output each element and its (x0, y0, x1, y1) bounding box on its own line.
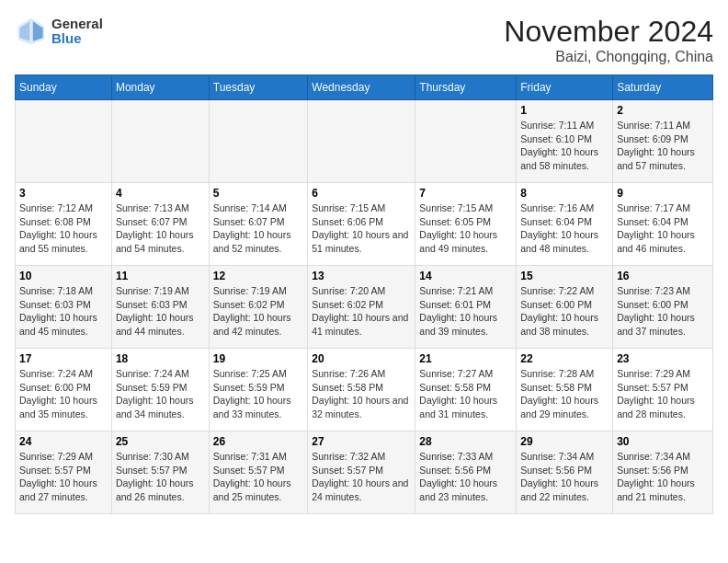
calendar-cell: 30Sunrise: 7:34 AMSunset: 5:56 PMDayligh… (613, 431, 713, 514)
calendar-cell: 17Sunrise: 7:24 AMSunset: 6:00 PMDayligh… (16, 349, 112, 431)
calendar-cell: 9Sunrise: 7:17 AMSunset: 6:04 PMDaylight… (613, 183, 713, 266)
day-info: Sunrise: 7:34 AMSunset: 5:56 PMDaylight:… (520, 450, 609, 504)
day-number: 30 (617, 435, 709, 448)
calendar-cell: 25Sunrise: 7:30 AMSunset: 5:57 PMDayligh… (111, 431, 209, 514)
calendar-cell (111, 100, 209, 183)
day-number: 17 (19, 352, 108, 365)
calendar-cell: 29Sunrise: 7:34 AMSunset: 5:56 PMDayligh… (517, 431, 613, 514)
day-number: 16 (617, 270, 709, 282)
page-header: General Blue November 2024 Baizi, Chongq… (15, 15, 713, 65)
calendar-cell: 24Sunrise: 7:29 AMSunset: 5:57 PMDayligh… (16, 431, 112, 514)
day-info: Sunrise: 7:23 AMSunset: 6:00 PMDaylight:… (617, 284, 709, 339)
day-info: Sunrise: 7:26 AMSunset: 5:58 PMDaylight:… (312, 367, 411, 421)
calendar-cell (308, 100, 415, 183)
day-number: 1 (520, 104, 609, 117)
day-number: 22 (520, 352, 609, 365)
day-info: Sunrise: 7:34 AMSunset: 5:56 PMDaylight:… (617, 450, 709, 504)
day-info: Sunrise: 7:15 AMSunset: 6:06 PMDaylight:… (312, 201, 411, 256)
calendar-cell: 12Sunrise: 7:19 AMSunset: 6:02 PMDayligh… (209, 266, 307, 349)
day-info: Sunrise: 7:27 AMSunset: 5:58 PMDaylight:… (419, 367, 512, 421)
day-info: Sunrise: 7:19 AMSunset: 6:03 PMDaylight:… (116, 284, 205, 339)
day-info: Sunrise: 7:14 AMSunset: 6:07 PMDaylight:… (213, 201, 303, 256)
day-number: 5 (213, 187, 303, 200)
week-row-5: 24Sunrise: 7:29 AMSunset: 5:57 PMDayligh… (16, 431, 713, 514)
logo: General Blue (15, 15, 103, 48)
day-number: 18 (116, 352, 205, 365)
day-number: 20 (312, 352, 411, 365)
day-info: Sunrise: 7:18 AMSunset: 6:03 PMDaylight:… (19, 284, 108, 339)
week-row-3: 10Sunrise: 7:18 AMSunset: 6:03 PMDayligh… (16, 266, 713, 349)
day-info: Sunrise: 7:21 AMSunset: 6:01 PMDaylight:… (419, 284, 512, 339)
day-info: Sunrise: 7:19 AMSunset: 6:02 PMDaylight:… (213, 284, 303, 339)
calendar-cell: 22Sunrise: 7:28 AMSunset: 5:58 PMDayligh… (517, 349, 613, 431)
day-number: 12 (213, 270, 303, 282)
day-number: 10 (19, 270, 108, 282)
calendar-cell: 5Sunrise: 7:14 AMSunset: 6:07 PMDaylight… (209, 183, 307, 266)
day-info: Sunrise: 7:16 AMSunset: 6:04 PMDaylight:… (520, 201, 609, 256)
header-day-friday: Friday (517, 75, 613, 100)
header-day-saturday: Saturday (613, 75, 713, 100)
day-info: Sunrise: 7:30 AMSunset: 5:57 PMDaylight:… (116, 450, 205, 504)
calendar-cell: 13Sunrise: 7:20 AMSunset: 6:02 PMDayligh… (308, 266, 415, 349)
calendar-cell: 27Sunrise: 7:32 AMSunset: 5:57 PMDayligh… (308, 431, 415, 514)
day-info: Sunrise: 7:31 AMSunset: 5:57 PMDaylight:… (213, 450, 303, 504)
calendar-cell: 23Sunrise: 7:29 AMSunset: 5:57 PMDayligh… (613, 349, 713, 431)
calendar-cell: 3Sunrise: 7:12 AMSunset: 6:08 PMDaylight… (16, 183, 112, 266)
day-number: 19 (213, 352, 303, 365)
calendar-cell: 10Sunrise: 7:18 AMSunset: 6:03 PMDayligh… (16, 266, 112, 349)
week-row-4: 17Sunrise: 7:24 AMSunset: 6:00 PMDayligh… (16, 349, 713, 431)
day-info: Sunrise: 7:20 AMSunset: 6:02 PMDaylight:… (312, 284, 411, 339)
day-info: Sunrise: 7:11 AMSunset: 6:09 PMDaylight:… (617, 119, 709, 173)
header-day-monday: Monday (111, 75, 209, 100)
logo-text: General Blue (51, 17, 103, 47)
week-row-1: 1Sunrise: 7:11 AMSunset: 6:10 PMDaylight… (16, 100, 713, 183)
day-number: 21 (419, 352, 512, 365)
day-number: 27 (312, 435, 411, 448)
calendar-cell (209, 100, 307, 183)
day-number: 3 (19, 187, 108, 200)
calendar-table: SundayMondayTuesdayWednesdayThursdayFrid… (15, 75, 713, 514)
day-number: 29 (520, 435, 609, 448)
logo-general: General (51, 17, 103, 32)
day-number: 13 (312, 270, 411, 282)
calendar-cell: 7Sunrise: 7:15 AMSunset: 6:05 PMDaylight… (415, 183, 517, 266)
day-info: Sunrise: 7:24 AMSunset: 5:59 PMDaylight:… (116, 367, 205, 421)
day-number: 15 (520, 270, 609, 282)
calendar-header: SundayMondayTuesdayWednesdayThursdayFrid… (16, 75, 713, 100)
calendar-cell: 14Sunrise: 7:21 AMSunset: 6:01 PMDayligh… (415, 266, 517, 349)
day-info: Sunrise: 7:29 AMSunset: 5:57 PMDaylight:… (19, 450, 108, 504)
calendar-cell: 28Sunrise: 7:33 AMSunset: 5:56 PMDayligh… (415, 431, 517, 514)
calendar-cell: 21Sunrise: 7:27 AMSunset: 5:58 PMDayligh… (415, 349, 517, 431)
day-number: 2 (617, 104, 709, 117)
calendar-body: 1Sunrise: 7:11 AMSunset: 6:10 PMDaylight… (16, 100, 713, 514)
day-info: Sunrise: 7:28 AMSunset: 5:58 PMDaylight:… (520, 367, 609, 421)
calendar-cell: 11Sunrise: 7:19 AMSunset: 6:03 PMDayligh… (111, 266, 209, 349)
header-day-tuesday: Tuesday (209, 75, 307, 100)
calendar-cell: 6Sunrise: 7:15 AMSunset: 6:06 PMDaylight… (308, 183, 415, 266)
day-info: Sunrise: 7:15 AMSunset: 6:05 PMDaylight:… (419, 201, 512, 256)
calendar-cell: 20Sunrise: 7:26 AMSunset: 5:58 PMDayligh… (308, 349, 415, 431)
calendar-cell: 16Sunrise: 7:23 AMSunset: 6:00 PMDayligh… (613, 266, 713, 349)
day-number: 28 (419, 435, 512, 448)
day-number: 6 (312, 187, 411, 200)
day-info: Sunrise: 7:17 AMSunset: 6:04 PMDaylight:… (617, 201, 709, 256)
day-number: 25 (116, 435, 205, 448)
day-number: 7 (419, 187, 512, 200)
day-number: 4 (116, 187, 205, 200)
calendar-cell: 1Sunrise: 7:11 AMSunset: 6:10 PMDaylight… (517, 100, 613, 183)
day-info: Sunrise: 7:22 AMSunset: 6:00 PMDaylight:… (520, 284, 609, 339)
day-info: Sunrise: 7:25 AMSunset: 5:59 PMDaylight:… (213, 367, 303, 421)
calendar-cell: 18Sunrise: 7:24 AMSunset: 5:59 PMDayligh… (111, 349, 209, 431)
calendar-cell: 26Sunrise: 7:31 AMSunset: 5:57 PMDayligh… (209, 431, 307, 514)
day-info: Sunrise: 7:12 AMSunset: 6:08 PMDaylight:… (19, 201, 108, 256)
day-number: 24 (19, 435, 108, 448)
logo-icon (15, 15, 48, 48)
calendar-cell: 2Sunrise: 7:11 AMSunset: 6:09 PMDaylight… (613, 100, 713, 183)
week-row-2: 3Sunrise: 7:12 AMSunset: 6:08 PMDaylight… (16, 183, 713, 266)
header-row: SundayMondayTuesdayWednesdayThursdayFrid… (16, 75, 713, 100)
location: Baizi, Chongqing, China (504, 49, 713, 65)
day-number: 23 (617, 352, 709, 365)
day-info: Sunrise: 7:24 AMSunset: 6:00 PMDaylight:… (19, 367, 108, 421)
month-title: November 2024 (504, 15, 713, 49)
day-info: Sunrise: 7:29 AMSunset: 5:57 PMDaylight:… (617, 367, 709, 421)
